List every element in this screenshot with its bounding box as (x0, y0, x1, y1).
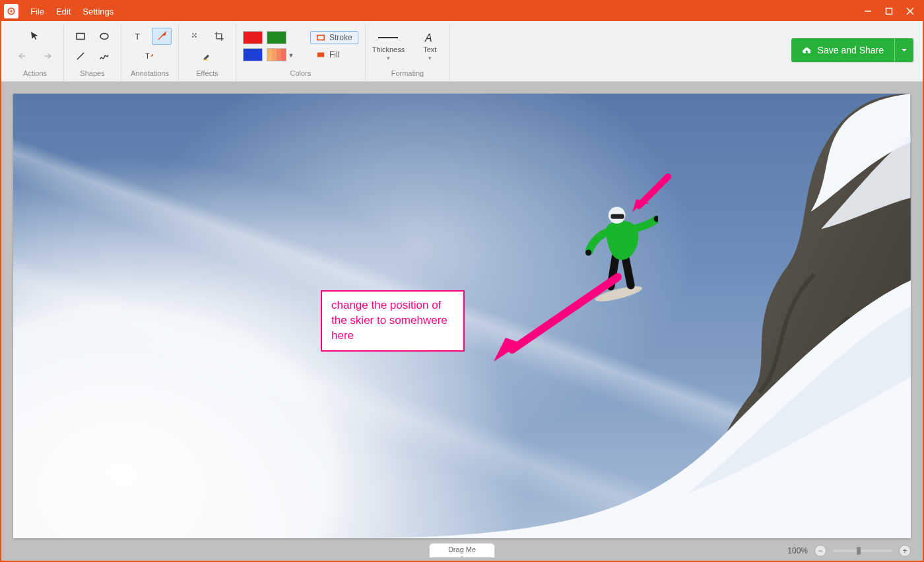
ribbon-group-annotations: T T Annotations (121, 24, 179, 81)
ribbon-group-label: Effects (196, 67, 218, 81)
svg-rect-6 (77, 33, 84, 39)
zoom-in-button[interactable]: + (899, 545, 911, 557)
svg-rect-26 (611, 214, 624, 218)
ribbon-group-label: Colors (290, 67, 311, 81)
color-swatch-green[interactable] (267, 31, 286, 44)
ribbon-group-colors: ▼ Stroke Fill (236, 24, 366, 81)
footer: Drag Me ⌄ (1, 540, 923, 561)
ellipse-tool-icon[interactable] (94, 28, 114, 45)
ribbon-group-formatting: Thickness ▾ A Text ▾ Formating (366, 24, 451, 81)
text-format-label: Text (423, 46, 436, 53)
svg-point-7 (100, 33, 108, 39)
window-maximize-icon[interactable] (879, 3, 899, 20)
menu-file[interactable]: File (25, 4, 50, 19)
thickness-label: Thickness (372, 46, 405, 53)
menu-bar: File Edit Settings (25, 4, 119, 19)
svg-point-12 (192, 33, 193, 34)
svg-rect-17 (203, 59, 209, 61)
zoom-controls: 100% − + (787, 545, 911, 557)
svg-point-23 (585, 250, 591, 256)
chevron-down-icon (899, 45, 909, 55)
zoom-out-button[interactable]: − (814, 545, 826, 557)
titlebar: File Edit Settings (1, 1, 923, 21)
workspace: change the position of the skier to some… (1, 82, 923, 561)
fill-label: Fill (329, 50, 339, 59)
svg-rect-19 (317, 52, 325, 57)
save-and-share-button[interactable]: Save and Share (791, 38, 913, 62)
menu-edit[interactable]: Edit (51, 4, 76, 19)
annotation-arrow-large[interactable] (486, 272, 624, 364)
svg-point-16 (194, 34, 195, 36)
ribbon-group-label: Annotations (131, 67, 169, 81)
fill-toggle[interactable]: Fill (310, 48, 358, 61)
svg-text:T: T (145, 51, 150, 59)
chevron-down-icon: ▾ (387, 55, 390, 61)
canvas[interactable]: change the position of the skier to some… (13, 94, 911, 538)
annotation-text: change the position of the skier to some… (331, 299, 447, 342)
app-window: File Edit Settings Actions (0, 0, 924, 562)
cloud-upload-icon (802, 45, 812, 55)
svg-line-8 (77, 52, 84, 59)
zoom-level-label: 100% (787, 546, 808, 555)
annotation-text-box[interactable]: change the position of the skier to some… (321, 290, 465, 352)
drag-handle[interactable]: Drag Me ⌄ (429, 543, 495, 557)
app-logo-icon (4, 4, 18, 18)
save-button-label: Save and Share (818, 45, 884, 55)
window-minimize-icon[interactable] (858, 3, 878, 20)
svg-point-14 (192, 36, 193, 37)
text-arrow-tool-icon[interactable]: T (140, 47, 160, 65)
svg-point-1 (10, 10, 13, 13)
svg-rect-18 (317, 35, 325, 40)
color-swatch-red[interactable] (243, 31, 263, 44)
svg-point-15 (195, 36, 197, 37)
arrow-tool-icon[interactable] (152, 28, 172, 45)
stroke-toggle[interactable]: Stroke (310, 31, 358, 44)
blur-tool-icon[interactable] (185, 28, 205, 45)
svg-point-13 (195, 33, 197, 34)
undo-icon[interactable] (13, 47, 33, 65)
zoom-slider[interactable] (833, 549, 892, 552)
zoom-slider-thumb[interactable] (857, 547, 861, 555)
menu-settings[interactable]: Settings (77, 4, 119, 19)
redo-icon[interactable] (37, 47, 57, 65)
ribbon-group-label: Actions (23, 67, 47, 81)
chevron-down-icon[interactable]: ▼ (287, 49, 295, 62)
save-dropdown-caret[interactable] (895, 38, 913, 62)
window-close-icon[interactable] (900, 3, 920, 20)
ribbon-group-effects: Effects (179, 24, 236, 81)
ribbon-group-shapes: Shapes (64, 24, 121, 81)
color-swatch-blue[interactable] (243, 48, 263, 61)
ribbon-group-label: Shapes (80, 67, 104, 81)
annotation-arrow-small[interactable] (627, 173, 673, 219)
chevron-down-icon: ⌄ (448, 553, 476, 557)
text-tool-icon[interactable]: T (128, 28, 148, 45)
crop-tool-icon[interactable] (209, 28, 229, 45)
thickness-dropdown[interactable]: Thickness ▾ (372, 31, 405, 61)
pointer-tool-icon[interactable] (25, 28, 45, 45)
color-swatch-gradient[interactable]: ▼ (267, 48, 286, 61)
freehand-tool-icon[interactable] (94, 47, 114, 65)
ribbon-toolbar: Actions Shapes T (1, 21, 923, 82)
line-tool-icon[interactable] (71, 47, 90, 65)
svg-rect-3 (886, 9, 892, 15)
rectangle-tool-icon[interactable] (71, 28, 90, 45)
ribbon-group-actions: Actions (7, 24, 64, 81)
ribbon-group-label: Formating (391, 67, 424, 81)
highlighter-tool-icon[interactable] (197, 47, 217, 65)
chevron-down-icon: ▾ (428, 55, 432, 61)
text-format-dropdown[interactable]: A Text ▾ (416, 31, 443, 61)
stroke-label: Stroke (329, 33, 352, 42)
svg-text:T: T (135, 32, 141, 41)
svg-text:A: A (424, 32, 432, 43)
